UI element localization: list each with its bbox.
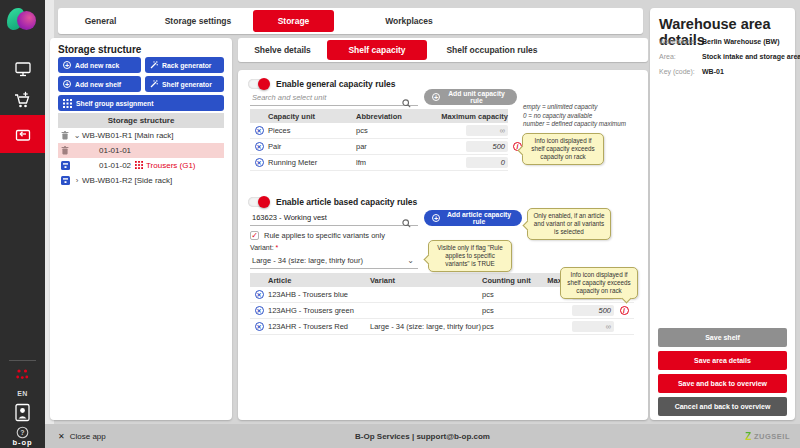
- remove-row-icon[interactable]: ✕: [255, 126, 264, 135]
- col-counting-unit: Counting unit: [482, 276, 544, 285]
- shelf-box-icon[interactable]: [58, 161, 72, 170]
- add-new-rack-button[interactable]: + Add new rack: [58, 57, 141, 73]
- plus-icon: +: [432, 214, 440, 222]
- unit-search-input[interactable]: [250, 90, 418, 106]
- tree-label: 01-01-02: [99, 161, 131, 170]
- tab-general[interactable]: General: [58, 16, 143, 26]
- save-shelf-button[interactable]: Save shelf: [658, 328, 787, 347]
- wand-icon: [150, 80, 158, 88]
- info-icon: i: [620, 306, 629, 315]
- bop-logo: b-op: [0, 438, 45, 447]
- shelf-tab-bar: Shelve details Shelf capacity Shelf occu…: [238, 38, 648, 62]
- tab-storage-administration[interactable]: Storage administration: [253, 10, 334, 32]
- tooltip-tail: [523, 221, 533, 231]
- col-article: Article: [268, 276, 370, 285]
- unit-capacity-table: Capacity unit Abbreviation Maximum capac…: [250, 109, 508, 171]
- general-rules-label: Enable general capacity rules: [276, 79, 396, 89]
- max-capacity-field[interactable]: 500: [572, 305, 614, 316]
- monitor-icon[interactable]: [0, 60, 45, 78]
- footer-services-text: B-Op Services | support@b-op.com: [45, 432, 800, 441]
- rack-generator-button[interactable]: Rack generator: [145, 57, 224, 73]
- tab-shelf-occupation-rules[interactable]: Shelf occupation rules: [427, 45, 557, 55]
- tooltip-text: Info icon displayed if shelf capacity ex…: [531, 137, 594, 160]
- col-variant: Variant: [370, 276, 482, 285]
- required-asterisk: *: [276, 244, 279, 251]
- add-unit-capacity-rule-button[interactable]: + Add unit capacity rule: [424, 89, 517, 105]
- app-sidebar: EN ? b-op: [0, 0, 45, 448]
- tooltip-info-icon-article: Info icon displayed if shelf capacity ex…: [560, 267, 638, 299]
- capacity-legend: empty = unlimited capacity 0 = no capaci…: [523, 103, 626, 129]
- cell-article: 123AHR - Trousers Red: [268, 322, 370, 331]
- tree-row-rack2[interactable]: › WB-WB01-R2 [Side rack]: [58, 173, 224, 188]
- tab-shelve-details[interactable]: Shelve details: [238, 45, 327, 55]
- max-capacity-field[interactable]: ∞: [572, 321, 614, 332]
- shelf-box-icon[interactable]: [58, 176, 72, 185]
- remove-row-icon[interactable]: ✕: [255, 306, 264, 315]
- chevron-right-icon[interactable]: ›: [72, 176, 82, 185]
- tooltip-tail: [518, 146, 528, 156]
- general-rules-toggle[interactable]: [248, 79, 269, 89]
- zugseil-z-icon: Z: [745, 431, 751, 442]
- tree-row-rack1[interactable]: ⌄ WB-WB01-R1 [Main rack]: [58, 128, 224, 143]
- add-article-capacity-rule-button[interactable]: + Add article capacity rule: [424, 210, 522, 226]
- cell-article: 123AHG - Trousers green: [268, 306, 370, 315]
- variants-checkbox-label: Rule applies to specific variants only: [264, 231, 385, 240]
- variant-dropdown[interactable]: Large - 34 (size: large, thirty four) ⌄: [250, 253, 418, 269]
- save-area-details-button[interactable]: Save area details: [658, 351, 787, 370]
- search-icon: [402, 214, 411, 232]
- cell-unit: Pair: [268, 142, 356, 151]
- wand-icon: [150, 61, 158, 69]
- field-label: Key (code):: [659, 68, 695, 75]
- max-capacity-field[interactable]: 500: [466, 141, 508, 152]
- remove-row-icon[interactable]: ✕: [255, 142, 264, 151]
- max-capacity-field[interactable]: ∞: [466, 125, 508, 136]
- shelf-generator-button[interactable]: Shelf generator: [145, 76, 224, 92]
- user-icon[interactable]: [0, 403, 45, 422]
- max-capacity-field[interactable]: 0: [466, 157, 508, 168]
- tab-storage-settings[interactable]: Storage settings: [143, 16, 253, 26]
- shelf-generator-label: Shelf generator: [162, 81, 212, 88]
- shelf-capacity-panel: Enable general capacity rules + Add unit…: [238, 70, 648, 420]
- add-article-capacity-rule-label: Add article capacity rule: [444, 211, 514, 225]
- tooltip-text: Only enabled, if an article and variant …: [533, 212, 604, 235]
- article-rules-toggle[interactable]: [248, 197, 269, 207]
- tab-workplaces[interactable]: Workplaces: [334, 16, 484, 26]
- add-new-shelf-label: Add new shelf: [75, 81, 121, 88]
- cart-add-icon[interactable]: [0, 91, 45, 109]
- storage-structure-panel: Storage structure + Add new rack Rack ge…: [50, 38, 232, 420]
- shelf-group-assignment-button[interactable]: Shelf group assignment: [58, 95, 224, 111]
- tooltip-add-article: Only enabled, if an article and variant …: [527, 208, 611, 240]
- shelf-group-assignment-label: Shelf group assignment: [76, 100, 153, 107]
- cell-article: 123AHB - Trousers blue: [268, 290, 370, 299]
- save-and-back-button[interactable]: Save and back to overview: [658, 374, 787, 393]
- article-search-input[interactable]: [250, 210, 418, 226]
- field-value: WB-01: [702, 68, 724, 75]
- table-row: ✕ 123AHG - Trousers green pcs 500 i: [250, 303, 634, 319]
- add-new-shelf-button[interactable]: + Add new shelf: [58, 76, 141, 92]
- trash-icon[interactable]: [58, 131, 72, 140]
- sidebar-item-storage-active[interactable]: [0, 115, 45, 153]
- tab-shelf-capacity[interactable]: Shelf capacity: [327, 40, 427, 60]
- remove-row-icon[interactable]: ✕: [255, 158, 264, 167]
- footer-bar: B-Op Services | support@b-op.com ✕ Close…: [45, 424, 800, 448]
- language-dots-icon[interactable]: [0, 368, 45, 381]
- tooltip-tail: [424, 255, 434, 265]
- cancel-and-back-button[interactable]: Cancel and back to overview: [658, 397, 787, 416]
- field-value: Stock intake and storage area: [702, 53, 800, 60]
- app-logo-circle: [17, 11, 36, 30]
- remove-row-icon[interactable]: ✕: [255, 322, 264, 331]
- tree-row-shelf-01-01-02[interactable]: 01-01-02 Trousers (G1): [58, 158, 224, 173]
- warehouse-area-details-panel: Warehouse area details Warehouse: Berlin…: [650, 8, 795, 420]
- app-root: EN ? b-op General Storage settings Stora…: [0, 0, 800, 448]
- field-label: Area:: [659, 53, 676, 60]
- add-unit-capacity-rule-label: Add unit capacity rule: [444, 90, 509, 104]
- language-code[interactable]: EN: [0, 390, 45, 397]
- cell-abbr: lfm: [356, 158, 436, 167]
- trash-icon[interactable]: [58, 146, 72, 155]
- zugseil-logo: Z ZUGSEIL: [745, 431, 790, 442]
- chevron-down-icon[interactable]: ⌄: [72, 131, 82, 140]
- tree-row-shelf-01-01-01-selected[interactable]: 01-01-01: [58, 143, 224, 158]
- variants-checkbox[interactable]: ✓: [250, 231, 259, 240]
- remove-row-icon[interactable]: ✕: [255, 290, 264, 299]
- tree-label: WB-WB01-R2 [Side rack]: [82, 176, 172, 185]
